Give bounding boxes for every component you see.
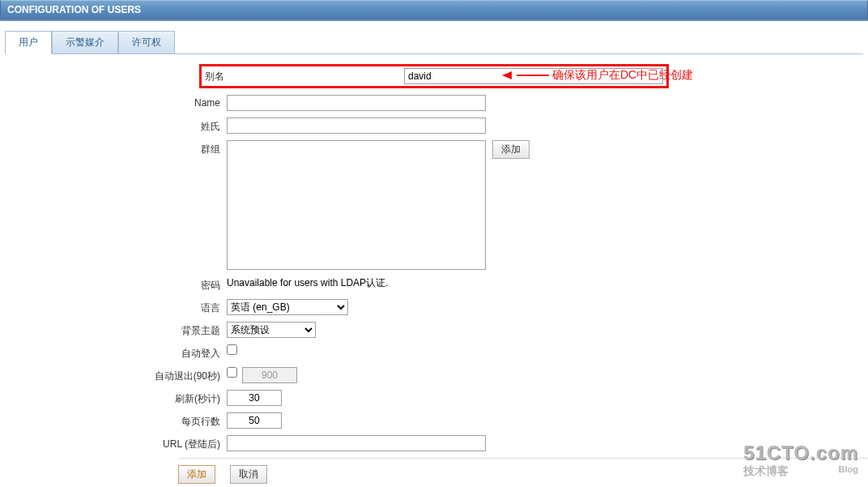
name-input[interactable] — [227, 95, 486, 111]
cancel-button[interactable]: 取消 — [230, 465, 267, 484]
row-autologin: 自动登入 — [0, 344, 868, 361]
row-autologout: 自动退出(90秒) — [0, 367, 868, 383]
title-divider — [0, 19, 868, 21]
annotation: 确保该用户在DC中已经创建 — [502, 68, 693, 83]
arrow-line — [517, 75, 549, 76]
autologout-input — [242, 367, 297, 383]
tabs: 用户 示警媒介 许可权 — [0, 26, 868, 53]
row-rows: 每页行数 — [0, 412, 868, 429]
rows-label: 每页行数 — [0, 412, 227, 429]
row-groups: 群组 添加 — [0, 140, 868, 270]
password-text: Unavailable for users with LDAP认证. — [227, 276, 388, 290]
groups-textarea[interactable] — [227, 140, 486, 270]
name-label: Name — [0, 95, 227, 109]
autologin-checkbox[interactable] — [227, 344, 237, 355]
add-button[interactable]: 添加 — [178, 465, 215, 484]
row-url: URL (登陆后) — [0, 435, 868, 451]
row-password: 密码 Unavailable for users with LDAP认证. — [0, 276, 868, 293]
refresh-label: 刷新(秒计) — [0, 390, 227, 406]
annotation-text: 确保该用户在DC中已经创建 — [552, 68, 693, 83]
row-name: Name — [0, 95, 868, 111]
row-language: 语言 英语 (en_GB) — [0, 299, 868, 315]
add-group-button[interactable]: 添加 — [492, 140, 530, 159]
row-theme: 背景主题 系统预设 — [0, 322, 868, 338]
tab-user[interactable]: 用户 — [5, 31, 52, 54]
page-title: CONFIGURATION OF USERS — [7, 4, 141, 15]
row-refresh: 刷新(秒计) — [0, 390, 868, 406]
surname-input[interactable] — [227, 117, 486, 134]
tab-permissions[interactable]: 许可权 — [118, 31, 175, 54]
watermark-line2: 技术博客 Blog — [743, 464, 858, 479]
spacer — [0, 75, 199, 78]
url-label: URL (登陆后) — [0, 435, 227, 451]
alias-label: 别名 — [205, 70, 404, 83]
autologin-label: 自动登入 — [0, 344, 227, 361]
theme-select[interactable]: 系统预设 — [227, 322, 316, 338]
title-bar: CONFIGURATION OF USERS — [0, 0, 868, 19]
autologout-label: 自动退出(90秒) — [0, 367, 227, 383]
language-label: 语言 — [0, 299, 227, 315]
watermark-line1: 51CTO.com — [743, 442, 858, 464]
groups-label: 群组 — [0, 140, 227, 156]
form: 别名 Name 姓氏 群组 添加 密码 Unavailable for user… — [0, 54, 868, 484]
theme-label: 背景主题 — [0, 322, 227, 338]
row-alias: 别名 — [0, 64, 868, 88]
watermark: 51CTO.com 技术博客 Blog — [743, 442, 858, 479]
autologout-checkbox[interactable] — [227, 367, 237, 378]
password-label: 密码 — [0, 276, 227, 293]
row-surname: 姓氏 — [0, 117, 868, 134]
rows-input[interactable] — [227, 412, 282, 429]
url-input[interactable] — [227, 435, 486, 451]
tab-media[interactable]: 示警媒介 — [52, 31, 118, 54]
language-select[interactable]: 英语 (en_GB) — [227, 299, 348, 315]
refresh-input[interactable] — [227, 390, 282, 406]
arrow-icon — [502, 71, 512, 79]
surname-label: 姓氏 — [0, 117, 227, 134]
